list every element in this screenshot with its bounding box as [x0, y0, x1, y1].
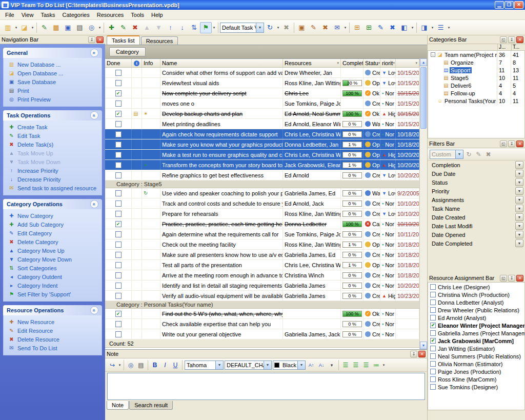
nav-item-category-move-up[interactable]: ▲Category Move Up — [5, 246, 100, 255]
resource-checkbox[interactable] — [430, 369, 436, 374]
chevron-down-icon[interactable]: ▾ — [276, 22, 280, 33]
nav-item-delete-task-s[interactable]: ✖Delete Task(s) — [5, 140, 100, 149]
task-row[interactable]: Check available expertise that can help … — [105, 319, 419, 329]
category-group-row[interactable]: Category : Personal Tasks(Your name) — [105, 301, 419, 309]
menu-categories[interactable]: Categories — [59, 10, 93, 19]
nav-item-print[interactable]: ▤Print — [5, 86, 100, 95]
done-checkbox[interactable] — [115, 331, 122, 337]
resource-checkbox[interactable] — [430, 292, 436, 297]
chevron-down-icon[interactable]: ▼ — [455, 150, 463, 158]
resource-item[interactable]: Chris Lee (Designer) — [428, 283, 524, 291]
menu-view[interactable]: View — [18, 10, 37, 19]
task-row[interactable]: Check out the meeting facilityRoss Kline… — [105, 239, 419, 250]
chevron-down-icon[interactable]: ▼ — [515, 213, 523, 221]
clear-template-icon[interactable]: ✖ — [280, 22, 292, 33]
nav-section-header[interactable]: Resource Operations« — [3, 305, 102, 315]
resource-item[interactable]: Ed Arnold (Analyst) — [428, 314, 524, 322]
task-template-combo[interactable]: Default Task V▼ — [220, 23, 264, 33]
filter-preset-combo[interactable]: Custom ▼ — [430, 150, 463, 159]
clear-filter-icon[interactable]: ✖ — [484, 150, 493, 158]
tree-expander-icon[interactable]: - — [431, 52, 435, 57]
resource-checkbox[interactable] — [430, 307, 436, 313]
note-color-combo[interactable]: Black▼ — [273, 361, 306, 370]
nav-section-header[interactable]: Category Operations« — [3, 199, 102, 209]
done-checkbox[interactable] — [115, 80, 122, 86]
chevron-down-icon[interactable]: ▾ — [343, 22, 348, 33]
close-icon[interactable]: ✕ — [516, 275, 523, 282]
chevron-down-icon[interactable]: ▾ — [30, 22, 35, 33]
nav-item-send-to-do-list[interactable]: ✉Send To Do List — [5, 344, 100, 352]
resource-checkbox[interactable] — [430, 284, 436, 290]
decrease-priority-icon[interactable]: ↓ — [176, 22, 188, 33]
menu-file[interactable]: File — [2, 10, 18, 19]
chevron-down-icon[interactable]: ▼ — [515, 187, 523, 195]
delete-task-icon[interactable]: ✖ — [129, 22, 141, 33]
resource-item[interactable]: Sue Tomkins (Designer) — [428, 383, 524, 391]
close-icon[interactable]: ✕ — [516, 36, 523, 43]
nav-item-delete-category[interactable]: ✖Delete Category — [5, 237, 100, 246]
nav-section-header[interactable]: General« — [3, 48, 102, 58]
pin-icon[interactable]: ↧ — [410, 351, 417, 357]
task-row[interactable]: ✔Practice, practice, practice, each time… — [105, 219, 419, 229]
done-checkbox[interactable] — [115, 321, 122, 327]
resource-item[interactable]: Olivia Norman (Estimator) — [428, 360, 524, 368]
shrink-font-icon[interactable]: A↓ — [316, 360, 327, 370]
category-panels-icon[interactable]: ◧ — [398, 22, 410, 33]
task-row[interactable]: Make sure all presenters know how to use… — [105, 250, 419, 260]
column-header-riorit[interactable]: riorit▾ — [380, 59, 396, 67]
column-header-Complete[interactable]: Complete▾ — [341, 59, 364, 67]
resource-checkbox[interactable] — [430, 361, 436, 367]
edit-filter-icon[interactable]: ✎ — [474, 150, 483, 158]
maximize-button[interactable]: ❐ — [504, 1, 514, 9]
grow-font-icon[interactable]: A↑ — [306, 360, 316, 370]
nav-item-delete-resource[interactable]: ✖Delete Resource — [5, 335, 100, 344]
resource-item[interactable]: Neal Summers (Public Relations) — [428, 352, 524, 360]
task-row[interactable]: Again determine what the requirements ca… — [105, 229, 419, 239]
chevron-down-icon[interactable]: ▼ — [515, 222, 523, 230]
pin-icon[interactable]: ↧ — [508, 141, 515, 147]
chevron-down-icon[interactable]: ▼ — [515, 239, 523, 247]
chevron-down-icon[interactable]: ▾ — [381, 359, 386, 371]
nav-item-print-preview[interactable]: ◎Print Preview — [5, 95, 100, 104]
filter-view-icon[interactable]: ⚑ — [200, 22, 212, 33]
delete-resource-icon[interactable]: ✖ — [319, 22, 331, 33]
category-tree-row[interactable]: ▤Support1113 — [428, 66, 524, 74]
edit-resource-icon[interactable]: ✎ — [308, 22, 319, 33]
chevron-down-icon[interactable]: ▼ — [515, 231, 523, 238]
underline-icon[interactable]: U — [170, 360, 180, 370]
resource-item[interactable]: Drew Wheeler (Public Relations) — [428, 306, 524, 314]
task-row[interactable]: ✔▤✶Develop backup charts and planEd Arno… — [105, 109, 419, 119]
restore-icon[interactable]: ◱ — [500, 275, 507, 282]
task-row[interactable]: ➢Transform the concepts from your story … — [105, 160, 419, 170]
increase-priority-icon[interactable]: ↑ — [165, 22, 176, 33]
nav-item-increase-priority[interactable]: ↑Increase Priority — [5, 166, 100, 175]
task-row[interactable]: Test all parts of the presentationChris … — [105, 260, 419, 270]
close-icon[interactable]: ✕ — [96, 36, 104, 43]
more-fonts-icon[interactable]: ▾ — [327, 360, 337, 370]
chevron-down-icon[interactable]: ▾ — [117, 359, 122, 371]
sort-tasks-icon[interactable]: ⇅ — [188, 22, 200, 33]
note-font-combo[interactable]: Tahoma▼ — [185, 361, 224, 370]
done-checkbox[interactable]: ✔ — [115, 311, 122, 317]
apply-filter-icon[interactable]: ↻ — [465, 150, 473, 158]
task-row[interactable]: Identify and list in detail all staging … — [105, 281, 419, 291]
done-checkbox[interactable] — [115, 101, 122, 107]
menu-tools[interactable]: Tools — [127, 10, 148, 19]
chevron-down-icon[interactable]: ▾ — [212, 22, 216, 33]
chevron-up-icon[interactable]: « — [90, 49, 98, 57]
nav-item-create-task[interactable]: ✚Create Task — [5, 123, 100, 131]
group-by-category-button[interactable]: Category — [109, 47, 146, 56]
chevron-down-icon[interactable]: ▼ — [264, 361, 271, 369]
nav-item-new-resource[interactable]: ✚New Resource — [5, 317, 100, 326]
task-row[interactable]: Make sure you know what your graphics pr… — [105, 139, 419, 150]
grid-scrollbar[interactable]: ▲ ▼ — [419, 58, 427, 349]
new-database-icon[interactable]: ▥ — [2, 22, 14, 33]
note-preview-icon[interactable]: ◎ — [126, 360, 136, 370]
nav-item-add-sub-category[interactable]: ✚Add Sub Category — [5, 220, 100, 229]
nav-item-edit-task[interactable]: ✎Edit Task — [5, 131, 100, 140]
print-icon[interactable]: ▤ — [74, 22, 86, 33]
chevron-down-icon[interactable]: ▼ — [256, 23, 264, 32]
new-resource-icon[interactable]: ▣ — [296, 22, 308, 33]
done-checkbox[interactable] — [115, 252, 122, 258]
nav-item-send-task-to-assigned-resource[interactable]: ✉Send task to assigned resource — [5, 184, 100, 192]
